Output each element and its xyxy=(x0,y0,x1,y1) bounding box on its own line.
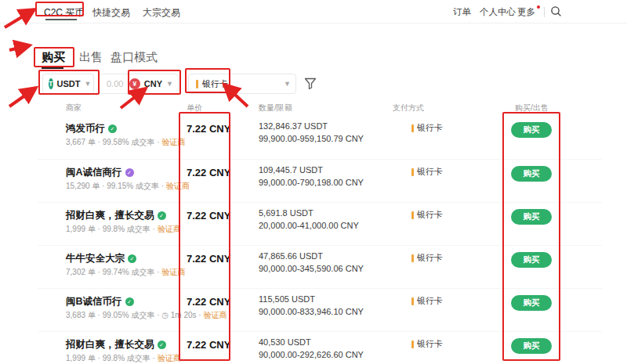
table-row: 闽B诚信币行✓ 3,683 单 · 99.05% 成交率 · ◷ 1m 20s … xyxy=(38,288,602,331)
verified-badge-icon: ✓ xyxy=(125,297,134,306)
header-quantity-limit: 数量/限额 xyxy=(259,103,292,114)
limit-range: 20,000.00-41,000.00 CNY xyxy=(259,221,359,230)
merchant-name[interactable]: 闽A诚信商行✓ xyxy=(66,166,134,179)
price-value: 7.22 CNY xyxy=(187,296,230,308)
payment-color-bar xyxy=(411,211,414,219)
merchant-name[interactable]: 招财白爽，擅长交易✓ xyxy=(66,338,166,351)
verified-badge-icon: ✓ xyxy=(108,124,117,133)
merchant-stats: 3,667 单 · 99.58% 成交率 ·验证商 xyxy=(66,137,186,148)
quantity-value: 109,445.7 USDT xyxy=(259,165,323,175)
table-row: 闽A诚信商行✓ 15,290 单 · 99.15% 成交率 ·验证商 7.22 … xyxy=(38,159,602,202)
verified-badge-icon: ✓ xyxy=(158,341,166,349)
payment-color-bar xyxy=(411,168,414,176)
limit-range: 90,000.00-345,590.06 CNY xyxy=(259,264,364,273)
limit-range: 90,000.00-833,946.10 CNY xyxy=(259,307,364,316)
tab-orderbook-mode[interactable]: 盘口模式 xyxy=(111,50,158,65)
c2c-trading-page: C2C 买币 快捷交易 大宗交易 订单 个人中心 更多 购买 出售 盘口模式 T… xyxy=(0,0,627,364)
nav-orders[interactable]: 订单 xyxy=(453,6,471,18)
price-value: 7.22 CNY xyxy=(187,339,230,351)
verified-label: 验证商 xyxy=(158,225,181,233)
arrow-to-usdt xyxy=(9,88,36,106)
verified-badge-icon: ✓ xyxy=(125,168,134,177)
buy-button[interactable]: 购买 xyxy=(511,338,552,354)
buy-button[interactable]: 购买 xyxy=(511,295,552,311)
payment-method: 银行卡 xyxy=(411,338,443,350)
price-value: 7.22 CNY xyxy=(187,210,230,222)
table-row: 牛牛安全大宗✓ 7,302 单 · 99.74% 成交率 ·验证商 7.22 C… xyxy=(38,245,602,288)
amount-fiat-control[interactable]: 0.00 ¥ CNY ▼ xyxy=(99,74,179,94)
usdt-icon: T xyxy=(49,78,53,89)
header-action: 购买/出售 xyxy=(515,103,549,114)
notification-dot xyxy=(537,5,540,9)
nav-express-trade[interactable]: 快捷交易 xyxy=(92,6,130,20)
payment-color-bar xyxy=(196,80,198,88)
buy-button[interactable]: 购买 xyxy=(511,122,552,138)
buy-button[interactable]: 购买 xyxy=(511,166,552,182)
table-row: 招财白爽，擅长交易✓ 1,999 单 · 99.8% 成交率 ·验证商 7.22… xyxy=(38,202,602,245)
price-value: 7.22 CNY xyxy=(187,167,230,178)
payment-color-bar xyxy=(411,124,414,132)
merchant-stats: 3,683 单 · 99.05% 成交率 · ◷ 1m 20s ·验证商 xyxy=(66,310,227,321)
nav-c2c-buy[interactable]: C2C 买币 xyxy=(44,6,84,20)
merchant-stats: 1,999 单 · 99.8% 成交率 ·验证商 xyxy=(66,224,181,235)
limit-range: 90,000.00-292,626.60 CNY xyxy=(259,350,364,359)
nav-profile[interactable]: 个人中心 xyxy=(480,6,516,18)
crypto-select[interactable]: T USDT ▼ xyxy=(42,74,94,94)
merchant-stats: 7,302 单 · 99.74% 成交率 ·验证商 xyxy=(66,267,186,278)
verified-label: 验证商 xyxy=(162,138,186,146)
fiat-select-value: CNY xyxy=(144,79,162,88)
quantity-value: 115,505 USDT xyxy=(259,294,315,304)
payment-method: 银行卡 xyxy=(411,209,443,221)
payment-method: 银行卡 xyxy=(411,252,443,264)
payment-method: 银行卡 xyxy=(411,122,443,134)
nav-more[interactable]: 更多 xyxy=(517,6,535,18)
chevron-down-icon: ▼ xyxy=(84,80,91,88)
nav-block-trade[interactable]: 大宗交易 xyxy=(143,6,180,20)
cny-icon: ¥ xyxy=(129,78,140,89)
buy-button[interactable]: 购买 xyxy=(511,252,552,268)
search-icon[interactable] xyxy=(550,5,562,20)
payment-color-bar xyxy=(411,297,414,305)
chevron-down-icon: ▼ xyxy=(284,80,291,88)
crypto-select-value: USDT xyxy=(57,79,81,88)
arrow-to-buy-tab xyxy=(9,45,30,50)
price-value: 7.22 CNY xyxy=(187,123,230,135)
verified-badge-icon: ✓ xyxy=(128,254,136,263)
payment-method: 银行卡 xyxy=(411,166,443,178)
table-row: 鸿发币行✓ 3,667 单 · 99.58% 成交率 ·验证商 7.22 CNY… xyxy=(38,116,602,159)
header-price: 单价 xyxy=(187,103,202,114)
nav-divider xyxy=(544,7,545,17)
amount-input[interactable]: 0.00 xyxy=(107,79,129,88)
merchant-name[interactable]: 闽B诚信币行✓ xyxy=(66,295,134,308)
merchant-name[interactable]: 牛牛安全大宗✓ xyxy=(66,252,136,265)
price-value: 7.22 CNY xyxy=(187,253,230,265)
payment-select-value: 银行卡 xyxy=(202,78,228,90)
payment-method-select[interactable]: 银行卡 ▼ xyxy=(188,74,296,94)
quantity-value: 132,846.37 USDT xyxy=(259,121,328,131)
verified-label: 验证商 xyxy=(158,354,181,362)
merchant-stats: 15,290 单 · 99.15% 成交率 ·验证商 xyxy=(66,181,190,192)
tab-buy[interactable]: 购买 xyxy=(42,50,65,65)
limit-range: 99,000.00-790,198.00 CNY xyxy=(259,178,364,187)
tab-sell[interactable]: 出售 xyxy=(79,50,103,65)
tab-active-underline xyxy=(42,67,63,69)
filter-funnel-icon[interactable] xyxy=(304,77,317,93)
verified-label: 验证商 xyxy=(166,182,190,190)
verified-badge-icon: ✓ xyxy=(158,211,166,220)
top-navigation: C2C 买币 快捷交易 大宗交易 订单 个人中心 更多 xyxy=(0,0,627,23)
table-row: 招财白爽，擅长交易✓ 1,999 单 · 99.8% 成交率 ·验证商 7.22… xyxy=(38,331,602,364)
limit-range: 99,900.00-959,150.79 CNY xyxy=(259,134,364,143)
nav-active-underline xyxy=(45,19,77,20)
header-merchant: 商家 xyxy=(66,103,82,114)
payment-color-bar xyxy=(411,254,414,262)
quantity-value: 47,865.66 USDT xyxy=(259,251,323,261)
verified-label: 验证商 xyxy=(162,268,186,276)
header-payment: 支付方式 xyxy=(393,103,424,114)
merchant-name[interactable]: 招财白爽，擅长交易✓ xyxy=(66,209,166,222)
quantity-value: 5,691.8 USDT xyxy=(259,208,314,218)
chevron-down-icon: ▼ xyxy=(166,80,173,88)
merchant-name[interactable]: 鸿发币行✓ xyxy=(66,122,117,135)
payment-method: 银行卡 xyxy=(411,295,443,307)
payment-color-bar xyxy=(411,341,414,348)
buy-button[interactable]: 购买 xyxy=(511,209,552,225)
